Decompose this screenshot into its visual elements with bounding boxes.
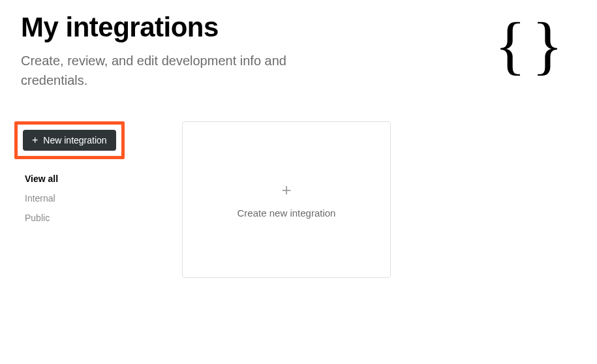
main-area: + Create new integration — [182, 121, 583, 278]
page-header: My integrations Create, review, and edit… — [0, 0, 597, 90]
filter-public[interactable]: Public — [25, 213, 155, 223]
plus-icon: + — [32, 135, 38, 145]
braces-icon: { } — [495, 13, 558, 78]
filter-internal[interactable]: Internal — [25, 193, 155, 204]
new-integration-label: New integration — [43, 135, 106, 145]
highlight-annotation: + New integration — [14, 121, 125, 159]
create-integration-card[interactable]: + Create new integration — [182, 121, 391, 278]
page-title: My integrations — [21, 12, 576, 43]
content-area: + New integration View all Internal Publ… — [0, 90, 597, 278]
new-integration-button[interactable]: + New integration — [23, 130, 116, 151]
sidebar: + New integration View all Internal Publ… — [14, 121, 155, 278]
filter-list: View all Internal Public — [14, 174, 155, 223]
create-card-label: Create new integration — [237, 207, 336, 219]
filter-view-all[interactable]: View all — [25, 174, 155, 184]
plus-icon: + — [281, 181, 291, 198]
page-subtitle: Create, review, and edit development inf… — [21, 51, 347, 90]
